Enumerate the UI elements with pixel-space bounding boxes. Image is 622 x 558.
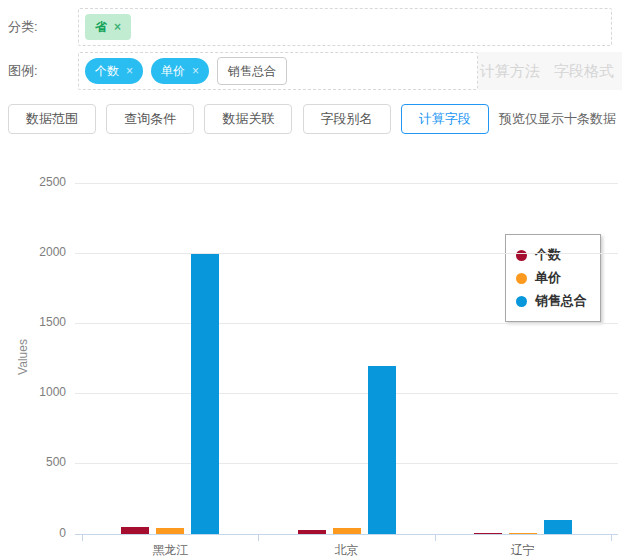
x-axis-tick: [435, 534, 436, 541]
bar-个数-黑龙江: [121, 527, 149, 534]
gridline: [75, 253, 618, 254]
calculated-field-button[interactable]: 计算字段: [401, 104, 489, 134]
tag-label: 个数: [95, 63, 119, 80]
field-actions-panel: 计算方法 字段格式: [478, 52, 622, 90]
x-category-label: 黑龙江: [110, 542, 230, 558]
legend-item-单价: 单价: [516, 269, 587, 287]
x-axis-line: [75, 534, 618, 535]
chart-legend: 个数单价销售总合: [505, 234, 601, 322]
x-axis-tick: [611, 534, 612, 541]
query-condition-button[interactable]: 查询条件: [106, 104, 194, 134]
gridline: [75, 183, 618, 184]
bar-单价-辽宁: [509, 533, 537, 534]
y-tick-label: 2000: [22, 245, 66, 259]
tag-sales-total[interactable]: 销售总合: [217, 57, 287, 85]
bar-个数-北京: [298, 530, 326, 534]
gridline: [75, 463, 618, 464]
y-axis-title: Values: [16, 322, 30, 392]
legend-color-dot: [516, 296, 527, 307]
category-row-label: 分类:: [8, 8, 74, 46]
bar-单价-黑龙江: [156, 528, 184, 534]
remove-tag-icon[interactable]: ×: [126, 64, 133, 78]
bar-销售总合-黑龙江: [191, 254, 219, 534]
tag-label: 省: [95, 19, 107, 36]
field-alias-button[interactable]: 字段别名: [303, 104, 391, 134]
data-range-button[interactable]: 数据范围: [8, 104, 96, 134]
remove-tag-icon[interactable]: ×: [114, 20, 121, 34]
bar-销售总合-辽宁: [544, 520, 572, 534]
field-format-link[interactable]: 字段格式: [554, 62, 614, 81]
legend-item-个数: 个数: [516, 246, 587, 264]
y-tick-label: 0: [22, 526, 66, 540]
bar-单价-北京: [333, 528, 361, 534]
x-axis-tick: [82, 534, 83, 541]
tag-label: 单价: [161, 63, 185, 80]
toolbar: 数据范围 查询条件 数据关联 字段别名 计算字段 预览仅显示十条数据: [8, 104, 616, 134]
legend-item-销售总合: 销售总合: [516, 292, 587, 310]
y-tick-label: 500: [22, 455, 66, 469]
category-dropzone[interactable]: 省 ×: [78, 8, 612, 46]
bar-销售总合-北京: [368, 366, 396, 534]
legend-color-dot: [516, 250, 527, 261]
legend-label: 个数: [535, 246, 561, 264]
y-tick-label: 2500: [22, 175, 66, 189]
gridline: [75, 393, 618, 394]
y-tick-label: 1500: [22, 315, 66, 329]
tag-province[interactable]: 省 ×: [85, 14, 131, 40]
preview-note: 预览仅显示十条数据: [499, 110, 616, 128]
legend-label: 单价: [535, 269, 561, 287]
legend-dropzone[interactable]: 个数 × 单价 × 销售总合: [78, 52, 478, 90]
tag-unit-price[interactable]: 单价 ×: [151, 58, 209, 84]
x-category-label: 辽宁: [463, 542, 583, 558]
legend-row-label: 图例:: [8, 52, 74, 90]
bar-个数-辽宁: [474, 533, 502, 534]
calc-method-link[interactable]: 计算方法: [480, 62, 540, 81]
remove-tag-icon[interactable]: ×: [192, 64, 199, 78]
bar-chart-preview: Values 个数单价销售总合 05001000150020002500黑龙江北…: [0, 150, 622, 558]
x-axis-tick: [258, 534, 259, 541]
data-association-button[interactable]: 数据关联: [204, 104, 292, 134]
legend-label: 销售总合: [535, 292, 587, 310]
x-category-label: 北京: [287, 542, 407, 558]
tag-label: 销售总合: [228, 63, 276, 80]
gridline: [75, 323, 618, 324]
y-tick-label: 1000: [22, 385, 66, 399]
legend-color-dot: [516, 273, 527, 284]
tag-count[interactable]: 个数 ×: [85, 58, 143, 84]
